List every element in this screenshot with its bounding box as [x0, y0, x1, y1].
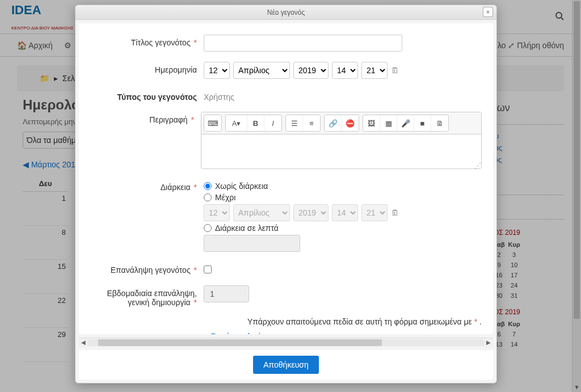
date-min-select[interactable]: 21 — [361, 62, 388, 79]
required-note: Υπάρχουν απαιτούμενα πεδία σε αυτή τη φό… — [90, 317, 482, 326]
date-month-select[interactable]: Απρίλιος — [233, 62, 290, 79]
label-event-type: Τύπος του γεγονότος — [90, 89, 204, 102]
until-min-select: 21 — [361, 204, 388, 221]
label-description: Περιγραφή * — [90, 112, 201, 124]
description-textarea[interactable]: ⋰ — [201, 134, 481, 168]
tb-mic-icon[interactable]: 🎤 — [397, 115, 414, 131]
until-hour-select: 14 — [332, 204, 358, 221]
duration-mins-input — [204, 235, 300, 252]
until-day-select: 12 — [204, 204, 230, 221]
duration-until-radio[interactable] — [204, 193, 212, 201]
label-weekly: Εβδομαδιαία επανάληψη, γενική δημιουργία… — [90, 285, 204, 307]
weekly-count-input — [204, 285, 249, 302]
date-hour-select[interactable]: 14 — [332, 62, 358, 79]
tb-image-icon[interactable]: 🖼 — [363, 115, 380, 131]
tb-font-icon[interactable]: A▾ — [226, 115, 247, 131]
resize-handle[interactable]: ⋰ — [474, 162, 480, 167]
until-month-select: Απρίλιος — [233, 204, 290, 221]
show-less-link[interactable]: Εμφάνιση λιγότερων... — [210, 332, 289, 334]
duration-mins-label: Διάρκεια σε λεπτά — [215, 224, 279, 233]
label-event-title: Τίτλος γεγονότος * — [90, 35, 204, 47]
save-button[interactable]: Αποθήκευση — [253, 356, 318, 374]
tb-ul-icon[interactable]: ☰ — [286, 115, 303, 131]
tb-link-icon[interactable]: 🔗 — [325, 115, 342, 131]
duration-none-label: Χωρίς διάρκεια — [215, 182, 268, 191]
tb-media-icon[interactable]: ▦ — [380, 115, 397, 131]
date-day-select[interactable]: 12 — [204, 62, 230, 79]
dialog-hscroll[interactable]: ◀ ▶ — [79, 338, 493, 347]
duration-until-label: Μέχρι — [215, 193, 235, 202]
calendar-icon: 🗓 — [391, 208, 399, 217]
new-event-dialog: Νέο γεγονός × Τίτλος γεγονότος * Ημερομη… — [75, 5, 497, 383]
tb-file-icon[interactable]: 🗎 — [431, 115, 448, 131]
label-date: Ημερομηνία — [90, 62, 204, 74]
close-button[interactable]: × — [483, 7, 493, 17]
tb-unlink-icon[interactable]: ⛔ — [342, 115, 359, 131]
tb-italic-icon[interactable]: I — [264, 115, 281, 131]
label-repeat: Επανάληψη γεγονότος * — [90, 262, 204, 275]
repeat-checkbox[interactable] — [204, 265, 212, 273]
date-year-select[interactable]: 2019 — [293, 62, 329, 79]
until-year-select: 2019 — [293, 204, 329, 221]
tb-video-icon[interactable]: ■ — [414, 115, 431, 131]
event-type-value: Χρήστης — [204, 89, 482, 102]
label-duration: Διάρκεια * — [90, 179, 204, 192]
tb-bold-icon[interactable]: B — [247, 115, 264, 131]
event-title-input[interactable] — [204, 35, 402, 52]
calendar-icon[interactable]: 🗓 — [391, 66, 399, 75]
duration-none-radio[interactable] — [204, 182, 212, 190]
tb-toggle-icon[interactable]: ⌨ — [204, 115, 221, 131]
duration-mins-radio[interactable] — [204, 224, 212, 232]
dialog-title-bar: Νέο γεγονός × — [75, 5, 496, 20]
tb-ol-icon[interactable]: ≡ — [303, 115, 320, 131]
description-editor: ⌨ A▾ B I ☰ ≡ 🔗 ⛔ — [201, 112, 482, 169]
dialog-title: Νέο γεγονός — [267, 9, 305, 16]
